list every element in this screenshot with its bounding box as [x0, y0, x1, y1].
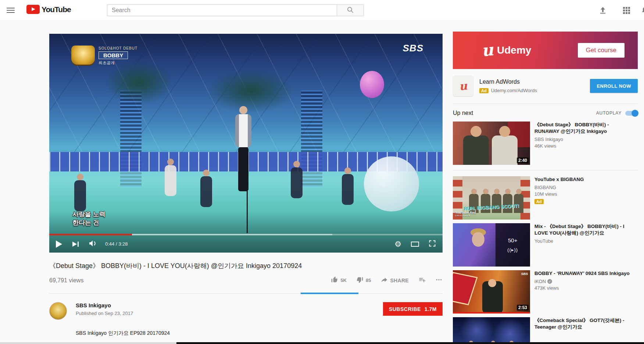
- video-thumbnail[interactable]: 50+ ((▸)): [453, 223, 530, 267]
- premiere-label: 최초공개: [99, 60, 137, 66]
- video-thumbnail[interactable]: 2:40: [453, 122, 530, 165]
- sidebar-divider: [453, 104, 638, 104]
- more-actions-button[interactable]: [435, 276, 443, 285]
- video-title: YouTube x BIGBANG: [534, 176, 633, 183]
- enroll-now-button[interactable]: ENROLL NOW: [590, 79, 638, 93]
- video-title: Mix - 《Debut Stage》 BOBBY(바비) - I LOVE Y…: [534, 223, 633, 236]
- up-next-item-5[interactable]: 《Comeback Special》 GOT7(갓세븐) - Teenager …: [453, 317, 638, 344]
- video-thumbnail[interactable]: SBS 2:53: [453, 270, 530, 314]
- apps-grid-icon[interactable]: [622, 6, 631, 15]
- ad-separator: [453, 170, 638, 170]
- upload-icon[interactable]: [598, 6, 607, 15]
- palm-tree-silhouette: [104, 60, 174, 104]
- dislike-button[interactable]: 85: [356, 276, 371, 285]
- play-button[interactable]: [56, 240, 62, 248]
- fullscreen-icon[interactable]: [429, 240, 436, 249]
- udemy-app-icon[interactable]: u: [453, 76, 473, 96]
- settings-gear-icon[interactable]: ⚙: [394, 240, 401, 248]
- channel-name: BIGBANG: [534, 185, 633, 190]
- udemy-logo-icon: u: [481, 41, 494, 59]
- backup-dancer: [163, 159, 178, 197]
- up-next-item-4[interactable]: SBS 2:53 BOBBY - ‘RUNAWAY’ 0924 SBS Inki…: [453, 270, 638, 314]
- search-input[interactable]: [107, 4, 337, 16]
- player-controls: 0:44 / 3:28 ⚙: [49, 235, 443, 253]
- theater-mode-icon[interactable]: [411, 242, 419, 247]
- up-next-item-2[interactable]: RUN, BIGBANG SCOUT! YouTube Red ORIGINAL…: [453, 176, 638, 220]
- youtube-red-logo: YouTube Red ORIGINALS: [455, 211, 476, 217]
- channel-row: SBS Inkigayo Published on Sep 23, 2017 S…: [49, 302, 443, 320]
- video-description: SBS Inkigayo 인기가요 EP928 20170924: [76, 330, 443, 337]
- like-dislike-sentiment-bar: [301, 293, 358, 294]
- channel-avatar[interactable]: [49, 302, 67, 320]
- share-arrow-icon: [380, 276, 388, 285]
- dislike-count: 85: [366, 278, 371, 283]
- like-count: 5K: [340, 278, 347, 283]
- view-count: 473K views: [534, 285, 633, 291]
- ad-url: Udemy.com/AdWords: [491, 88, 537, 93]
- show-overlay-badge: SOLO&HOT DEBUT BOBBY 최초공개: [71, 46, 137, 66]
- three-dots-icon: [435, 276, 443, 285]
- ad-badge: Ad: [534, 199, 544, 204]
- duration-badge: 2:40: [517, 157, 529, 163]
- engagement-bar: 5K 85 SHARE: [324, 276, 443, 285]
- youtube-play-icon: [26, 5, 40, 14]
- add-to-playlist-button[interactable]: [418, 276, 426, 285]
- video-meta-row: 69,791 views 5K 85 SHARE: [49, 276, 443, 285]
- subscriber-count: 1.7M: [425, 306, 437, 312]
- up-next-item-1[interactable]: 2:40 《Debut Stage》 BOBBY(바비) - RUNAWAY @…: [453, 122, 638, 165]
- video-title: BOBBY - ‘RUNAWAY’ 0924 SBS Inkigayo: [534, 270, 633, 277]
- notifications-bell-icon[interactable]: [640, 6, 644, 15]
- white-sphere-prop: [364, 156, 419, 211]
- video-thumbnail[interactable]: RUN, BIGBANG SCOUT! YouTube Red ORIGINAL…: [453, 176, 530, 220]
- meta-divider: [49, 293, 443, 294]
- artist-label: BOBBY: [99, 51, 128, 59]
- thumbs-up-icon: [331, 276, 338, 285]
- subscribe-button[interactable]: SUBSCRIBE 1.7M: [383, 302, 443, 316]
- on-screen-caption: 사랑을 노력 한다는 건: [72, 210, 105, 227]
- broadcaster-logo: SBS: [521, 272, 528, 276]
- ad-info-row: u Learn AdWords Ad Udemy.com/AdWords ENR…: [453, 76, 638, 96]
- video-title: 《Debut Stage》 BOBBY(바비) - RUNAWAY @인기가요 …: [534, 122, 633, 135]
- search-area: [107, 4, 364, 16]
- performer-main: [232, 106, 254, 198]
- duration-badge: 2:53: [517, 305, 529, 311]
- debut-label: SOLO&HOT DEBUT: [99, 46, 137, 50]
- watch-main-column: SOLO&HOT DEBUT BOBBY 최초공개 SBS 사랑을 노력 한다는…: [49, 34, 443, 337]
- autoplay-toggle[interactable]: [625, 111, 638, 116]
- channel-name[interactable]: SBS Inkigayo: [76, 302, 133, 308]
- volume-icon[interactable]: [88, 239, 97, 249]
- video-title: 《Comeback Special》 GOT7(갓세븐) - Teenager …: [534, 317, 633, 330]
- search-button[interactable]: [337, 4, 364, 16]
- youtube-logo[interactable]: YouTube: [26, 5, 71, 14]
- next-button[interactable]: [72, 242, 79, 247]
- backup-dancer: [289, 161, 304, 199]
- playlist-add-icon: [418, 276, 426, 285]
- up-next-item-3[interactable]: 50+ ((▸)) Mix - 《Debut Stage》 BOBBY(바비) …: [453, 223, 638, 267]
- verified-badge-icon: ✓: [547, 279, 552, 284]
- like-button[interactable]: 5K: [331, 276, 347, 285]
- backup-dancer: [199, 170, 214, 208]
- video-player[interactable]: SOLO&HOT DEBUT BOBBY 최초공개 SBS 사랑을 노력 한다는…: [49, 34, 443, 253]
- youtube-wordmark: YouTube: [42, 5, 71, 14]
- ad-title[interactable]: Learn AdWords: [479, 79, 537, 85]
- watched-progress-bar: [453, 312, 530, 314]
- menu-icon[interactable]: [7, 6, 15, 14]
- backup-dancer: [73, 174, 87, 212]
- mix-overlay: 50+ ((▸)): [495, 223, 530, 267]
- channel-name: iKON ✓: [534, 279, 633, 284]
- share-label: SHARE: [390, 278, 409, 283]
- video-thumbnail[interactable]: [453, 317, 530, 344]
- get-course-button[interactable]: Get course: [578, 43, 625, 58]
- backup-dancer: [340, 167, 355, 206]
- channel-name: YouTube: [534, 238, 633, 244]
- view-count: 10M views: [534, 191, 633, 197]
- up-next-list: 2:40 《Debut Stage》 BOBBY(바비) - RUNAWAY @…: [453, 122, 638, 344]
- ad-banner[interactable]: u Udemy Get course: [453, 32, 638, 69]
- up-next-label: Up next: [453, 110, 473, 116]
- video-title: 《Debut Stage》 BOBBY(바비) - I LOVE YOU(사랑해…: [49, 261, 443, 270]
- share-button[interactable]: SHARE: [380, 276, 409, 285]
- search-icon: [347, 6, 354, 15]
- mix-icon: ((▸)): [507, 247, 518, 253]
- udemy-brand-name: Udemy: [497, 44, 531, 56]
- thumbs-down-icon: [356, 276, 364, 285]
